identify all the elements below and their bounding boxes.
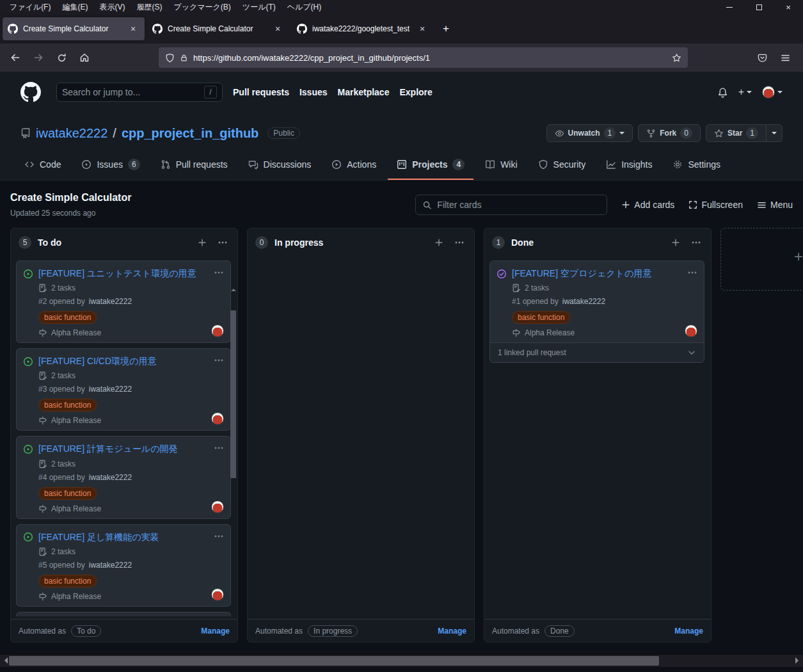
card-issue-4[interactable]: [FEATURE] 計算モジュールの開発 2 tasks #4 opened b… — [16, 436, 231, 518]
scroll-up-icon[interactable] — [231, 286, 236, 291]
card-issue-2[interactable]: [FEATURE] ユニットテスト環境の用意 2 tasks #2 opened… — [16, 260, 231, 343]
add-cards-button[interactable]: Add cards — [621, 200, 674, 210]
column-kebab-icon[interactable] — [216, 236, 230, 250]
issue-author-link[interactable]: iwatake2222 — [89, 385, 132, 394]
nav-explore[interactable]: Explore — [399, 87, 432, 97]
notifications-bell-icon[interactable] — [717, 87, 728, 98]
card-title-link[interactable]: [FEATURE] 計算モジュールの開発 — [38, 443, 178, 454]
manage-link[interactable]: Manage — [438, 627, 466, 636]
browser-tab-3[interactable]: iwatake2222/googletest_test × — [292, 17, 434, 40]
card-title-link[interactable]: [FEATURE] CI/CD環境の用意 — [38, 355, 156, 367]
add-column-dropzone[interactable] — [720, 228, 803, 291]
forward-button[interactable] — [28, 48, 49, 67]
star-dropdown-button[interactable] — [767, 124, 783, 142]
user-menu-button[interactable] — [762, 86, 783, 99]
column-kebab-icon[interactable] — [689, 236, 703, 250]
star-button[interactable]: Star 1 — [706, 124, 767, 142]
issue-author-link[interactable]: iwatake2222 — [89, 473, 132, 482]
app-menu-button[interactable] — [775, 48, 795, 67]
minimize-button[interactable] — [715, 0, 744, 14]
tab-actions[interactable]: Actions — [322, 150, 385, 180]
issue-label[interactable]: basic function — [38, 487, 97, 500]
tab-code[interactable]: Code — [15, 150, 70, 180]
tab-security[interactable]: Security — [529, 150, 595, 180]
card-title-link[interactable]: [FEATURE] 空プロジェクトの用意 — [512, 268, 651, 279]
card-kebab-icon[interactable] — [687, 268, 697, 278]
tracking-protection-shield-icon[interactable] — [165, 53, 175, 63]
tab-pull-requests[interactable]: Pull requests — [152, 150, 237, 180]
tab-projects[interactable]: Projects 4 — [388, 150, 473, 180]
card-kebab-icon[interactable] — [214, 268, 224, 278]
tab-settings[interactable]: Settings — [664, 150, 729, 180]
lock-icon[interactable] — [180, 54, 188, 62]
browser-tab-2[interactable]: Create Simple Calculator × — [147, 17, 289, 40]
back-button[interactable] — [5, 48, 26, 67]
nav-marketplace[interactable]: Marketplace — [338, 87, 390, 97]
linked-pull-request-row[interactable]: 1 linked pull request — [490, 342, 704, 362]
assignee-avatar[interactable] — [211, 588, 224, 601]
add-card-icon[interactable] — [195, 236, 209, 250]
tab-close-icon[interactable]: × — [127, 22, 139, 35]
issue-label[interactable]: basic function — [512, 311, 570, 324]
issue-label[interactable]: basic function — [38, 311, 97, 324]
nav-pull-requests[interactable]: Pull requests — [233, 87, 289, 97]
card-issue-3[interactable]: [FEATURE] CI/CD環境の用意 2 tasks #3 opened b… — [16, 348, 231, 431]
card-issue-1[interactable]: [FEATURE] 空プロジェクトの用意 2 tasks #1 opened b… — [489, 260, 704, 363]
menu-file[interactable]: ファイル(F) — [4, 0, 56, 14]
maximize-button[interactable] — [744, 0, 774, 14]
menu-history[interactable]: 履歴(S) — [131, 0, 168, 14]
tab-discussions[interactable]: Discussions — [239, 150, 321, 180]
card-kebab-icon[interactable] — [214, 355, 224, 365]
manage-link[interactable]: Manage — [674, 627, 703, 636]
url-input[interactable] — [193, 53, 667, 63]
card-title-link[interactable]: [FEATURE] ユニットテスト環境の用意 — [38, 268, 196, 279]
bookmark-star-icon[interactable] — [672, 53, 681, 63]
github-search-box[interactable]: / — [56, 83, 223, 102]
tab-close-icon[interactable]: × — [416, 22, 429, 35]
issue-author-link[interactable]: iwatake2222 — [89, 297, 132, 306]
filter-cards-box[interactable] — [415, 195, 607, 215]
menu-edit[interactable]: 編集(E) — [56, 0, 93, 14]
board-menu-button[interactable]: Menu — [757, 200, 793, 210]
column-scrollbar[interactable] — [230, 286, 237, 619]
menu-view[interactable]: 表示(V) — [93, 0, 131, 14]
unwatch-button[interactable]: Unwatch 1 — [546, 124, 633, 142]
issue-label[interactable]: basic function — [38, 575, 97, 588]
scrollbar-thumb[interactable] — [230, 310, 236, 478]
tab-wiki[interactable]: Wiki — [476, 150, 526, 180]
tab-close-icon[interactable]: × — [271, 22, 284, 35]
create-new-button[interactable]: + — [738, 86, 752, 98]
close-button[interactable]: × — [774, 0, 803, 14]
issue-author-link[interactable]: iwatake2222 — [562, 297, 605, 306]
manage-link[interactable]: Manage — [201, 627, 230, 636]
card-title-link[interactable]: [FEATURE] 足し算機能の実装 — [38, 531, 159, 543]
reload-button[interactable] — [51, 48, 72, 67]
fullscreen-button[interactable]: Fullscreen — [688, 200, 743, 210]
scroll-right-icon[interactable] — [795, 657, 802, 664]
github-search-input[interactable] — [62, 87, 200, 97]
issue-author-link[interactable]: iwatake2222 — [89, 561, 132, 570]
filter-cards-input[interactable] — [437, 200, 600, 210]
breadcrumb-repo-name[interactable]: cpp_project_in_github — [122, 126, 258, 141]
assignee-avatar[interactable] — [211, 500, 224, 513]
new-tab-button[interactable]: + — [436, 19, 456, 38]
add-card-icon[interactable] — [669, 236, 683, 250]
issue-label[interactable]: basic function — [38, 399, 97, 412]
add-card-icon[interactable] — [432, 236, 446, 250]
pocket-icon[interactable] — [752, 48, 772, 67]
scroll-left-icon[interactable] — [1, 657, 8, 664]
column-kebab-icon[interactable] — [452, 236, 466, 250]
card-kebab-icon[interactable] — [214, 443, 224, 453]
breadcrumb-owner[interactable]: iwatake2222 — [36, 126, 107, 141]
tab-issues[interactable]: Issues 6 — [72, 150, 148, 180]
menu-tools[interactable]: ツール(T) — [237, 0, 282, 14]
fork-button[interactable]: Fork 0 — [638, 124, 701, 142]
card-partially-visible[interactable] — [16, 612, 231, 616]
browser-tab-1[interactable]: Create Simple Calculator × — [3, 17, 145, 40]
tab-insights[interactable]: Insights — [597, 150, 661, 180]
scrollbar-thumb[interactable] — [9, 656, 659, 666]
horizontal-scrollbar[interactable] — [0, 654, 803, 667]
menu-help[interactable]: ヘルプ(H) — [282, 0, 328, 14]
card-issue-5[interactable]: [FEATURE] 足し算機能の実装 2 tasks #5 opened by … — [16, 524, 231, 607]
menu-bookmarks[interactable]: ブックマーク(B) — [168, 0, 236, 14]
